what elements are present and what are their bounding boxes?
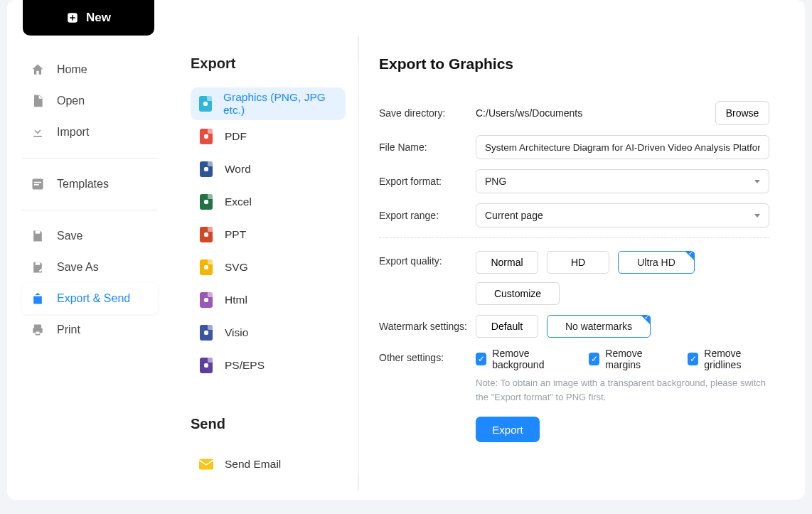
format-label: PPT <box>225 228 246 241</box>
format-item-svg[interactable]: SVG <box>191 251 346 284</box>
format-label: Graphics (PNG, JPG etc.) <box>223 91 337 117</box>
mail-icon <box>199 456 213 472</box>
file-icon <box>199 96 212 112</box>
checkbox-label: Remove background <box>492 348 570 370</box>
export-button[interactable]: Export <box>476 417 540 442</box>
sidebar-item-save[interactable]: Save <box>21 220 158 252</box>
export-range-select[interactable]: Current page <box>476 203 769 227</box>
format-label: Html <box>225 294 247 306</box>
sidebar-item-label: Export & Send <box>57 292 130 305</box>
svg-rect-4 <box>34 182 41 183</box>
quality-option-normal[interactable]: Normal <box>476 251 538 274</box>
format-item-ps-eps[interactable]: PS/EPS <box>191 349 346 382</box>
label-watermark: Watermark settings: <box>379 321 476 332</box>
format-item-word[interactable]: Word <box>191 153 346 186</box>
export-heading: Export <box>191 55 346 72</box>
check-icon: ✓ <box>688 353 698 365</box>
sidebar-item-label: Save As <box>57 261 99 274</box>
format-item-visio[interactable]: Visio <box>191 316 346 349</box>
print-icon <box>30 322 46 338</box>
checkbox-remove-margins[interactable]: ✓ Remove margins <box>589 348 669 370</box>
sidebar-item-label: Print <box>57 323 80 336</box>
watermark-option-default[interactable]: Default <box>476 315 538 338</box>
svg-rect-2 <box>72 15 73 21</box>
checkbox-label: Remove gridlines <box>704 348 769 370</box>
svg-rect-5 <box>34 184 39 186</box>
file-icon <box>199 227 213 242</box>
checkbox-label: Remove margins <box>605 348 669 370</box>
export-icon <box>30 291 46 306</box>
sidebar-item-label: Open <box>57 95 85 107</box>
format-item-pdf[interactable]: PDF <box>191 120 346 153</box>
sidebar-item-open[interactable]: Open <box>21 85 158 117</box>
label-file-name: File Name: <box>379 141 476 153</box>
sidebar-item-label: Import <box>57 126 89 139</box>
file-icon <box>199 161 213 177</box>
check-icon: ✓ <box>476 353 486 365</box>
file-icon <box>199 129 213 144</box>
sidebar-item-label: Home <box>57 63 87 76</box>
chevron-down-icon <box>754 180 760 183</box>
details-title: Export to Graphics <box>379 55 769 73</box>
file-icon <box>199 358 213 373</box>
new-button-label: New <box>86 11 111 25</box>
label-export-range: Export range: <box>379 210 476 221</box>
sidebar-item-templates[interactable]: Templates <box>21 168 158 200</box>
sidebar-item-print[interactable]: Print <box>21 314 158 346</box>
format-item-html[interactable]: Html <box>191 284 346 316</box>
export-format-value: PNG <box>485 176 506 187</box>
file-icon <box>199 259 213 275</box>
svg-rect-6 <box>36 231 41 234</box>
export-range-value: Current page <box>485 210 543 221</box>
format-label: Word <box>225 163 251 176</box>
checkbox-remove-gridlines[interactable]: ✓ Remove gridlines <box>688 348 769 370</box>
format-label: PDF <box>225 130 247 143</box>
save-as-icon <box>30 259 46 275</box>
note-text: Note: To obtain an image with a transpar… <box>476 376 769 404</box>
check-icon: ✓ <box>589 353 599 365</box>
format-label: Excel <box>225 196 252 208</box>
file-icon <box>199 325 213 341</box>
format-label: SVG <box>225 261 248 274</box>
format-label: Visio <box>225 326 248 339</box>
send-label: Send Email <box>225 458 281 471</box>
send-item-email[interactable]: Send Email <box>191 448 346 481</box>
file-icon <box>199 292 213 308</box>
label-export-format: Export format: <box>379 176 476 187</box>
chevron-down-icon <box>754 214 760 218</box>
sidebar-item-export-send[interactable]: Export & Send <box>21 283 158 314</box>
sidebar: New Home Open Import T <box>7 0 172 500</box>
file-icon <box>199 194 213 210</box>
browse-button[interactable]: Browse <box>715 101 769 125</box>
send-heading: Send <box>191 416 346 432</box>
format-item-ppt[interactable]: PPT <box>191 218 346 251</box>
format-label: PS/EPS <box>225 359 265 372</box>
save-icon <box>30 228 46 244</box>
templates-icon <box>30 176 46 192</box>
sidebar-item-home[interactable]: Home <box>21 54 158 85</box>
customize-button[interactable]: Customize <box>476 282 560 305</box>
quality-option-hd[interactable]: HD <box>547 251 609 274</box>
sidebar-item-label: Templates <box>57 178 109 191</box>
export-format-select[interactable]: PNG <box>476 169 769 193</box>
plus-icon <box>66 11 79 24</box>
checkbox-remove-background[interactable]: ✓ Remove background <box>476 348 570 370</box>
import-icon <box>30 124 46 140</box>
new-button[interactable]: New <box>23 0 154 36</box>
label-other-settings: Other settings: <box>379 348 476 363</box>
label-export-quality: Export quality: <box>379 251 476 267</box>
format-item-graphics-png-jpg-etc-[interactable]: Graphics (PNG, JPG etc.) <box>191 87 346 120</box>
file-name-input[interactable] <box>476 135 769 159</box>
label-save-directory: Save directory: <box>379 107 476 119</box>
svg-rect-7 <box>36 262 41 265</box>
open-icon <box>30 93 46 109</box>
watermark-option-no-watermarks[interactable]: No watermarks <box>547 315 651 338</box>
sidebar-item-label: Save <box>57 230 82 242</box>
sidebar-item-save-as[interactable]: Save As <box>21 252 158 283</box>
svg-rect-8 <box>36 332 40 334</box>
sidebar-item-import[interactable]: Import <box>21 117 158 148</box>
home-icon <box>30 62 46 77</box>
quality-option-ultra-hd[interactable]: Ultra HD <box>618 251 695 274</box>
format-item-excel[interactable]: Excel <box>191 186 346 218</box>
save-directory-value: C:/Users/ws/Documents <box>476 107 707 119</box>
